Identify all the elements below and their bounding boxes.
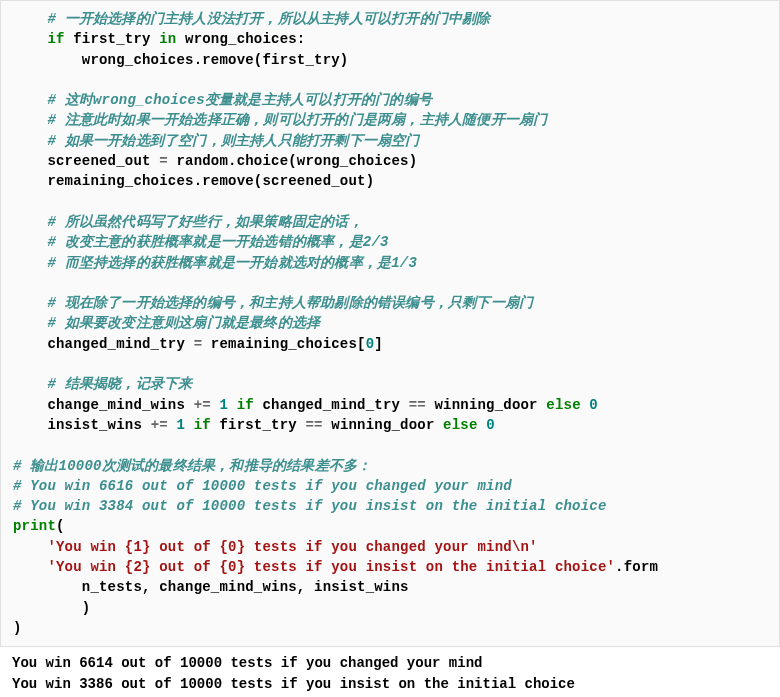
code-block: # 一开始选择的门主持人没法打开，所以从主持人可以打开的门中剔除 if firs… xyxy=(0,0,780,647)
string-literal: 'You win {2} out of {0} tests if you ins… xyxy=(13,559,615,575)
comment: # 这时wrong_choices变量就是主持人可以打开的门的编号 xyxy=(13,92,432,108)
output-line: You win 6614 out of 10000 tests if you c… xyxy=(12,655,482,671)
comment: # You win 3384 out of 10000 tests if you… xyxy=(13,498,607,514)
comment: # 输出10000次测试的最终结果，和推导的结果差不多： xyxy=(13,458,371,474)
comment: # 现在除了一开始选择的编号，和主持人帮助剔除的错误编号，只剩下一扇门 xyxy=(13,295,533,311)
keyword-in: in xyxy=(159,31,176,47)
comment: # 如果一开始选到了空门，则主持人只能打开剩下一扇空门 xyxy=(13,133,420,149)
comment: # 而坚持选择的获胜概率就是一开始就选对的概率，是1/3 xyxy=(13,255,417,271)
print-call: print xyxy=(13,518,56,534)
code-line: remaining_choices.remove(screened_out) xyxy=(13,173,374,189)
comment: # 结果揭晓，记录下来 xyxy=(13,376,192,392)
output-line: You win 3386 out of 10000 tests if you i… xyxy=(12,676,575,692)
code-line: ) xyxy=(13,620,22,636)
comment: # 一开始选择的门主持人没法打开，所以从主持人可以打开的门中剔除 xyxy=(13,11,491,27)
code-line: ) xyxy=(13,600,90,616)
comment: # 所以虽然代码写了好些行，如果策略固定的话， xyxy=(13,214,363,230)
comment: # 改变主意的获胜概率就是一开始选错的概率，是2/3 xyxy=(13,234,389,250)
comment: # You win 6616 out of 10000 tests if you… xyxy=(13,478,512,494)
output-block: You win 6614 out of 10000 tests if you c… xyxy=(0,647,780,697)
keyword-if: if xyxy=(47,31,64,47)
string-literal: 'You win {1} out of {0} tests if you cha… xyxy=(13,539,538,555)
comment: # 如果要改变注意则这扇门就是最终的选择 xyxy=(13,315,320,331)
code-line: n_tests, change_mind_wins, insist_wins xyxy=(13,579,409,595)
comment: # 注意此时如果一开始选择正确，则可以打开的门是两扇，主持人随便开一扇门 xyxy=(13,112,547,128)
code-line: wrong_choices.remove(first_try) xyxy=(13,52,348,68)
